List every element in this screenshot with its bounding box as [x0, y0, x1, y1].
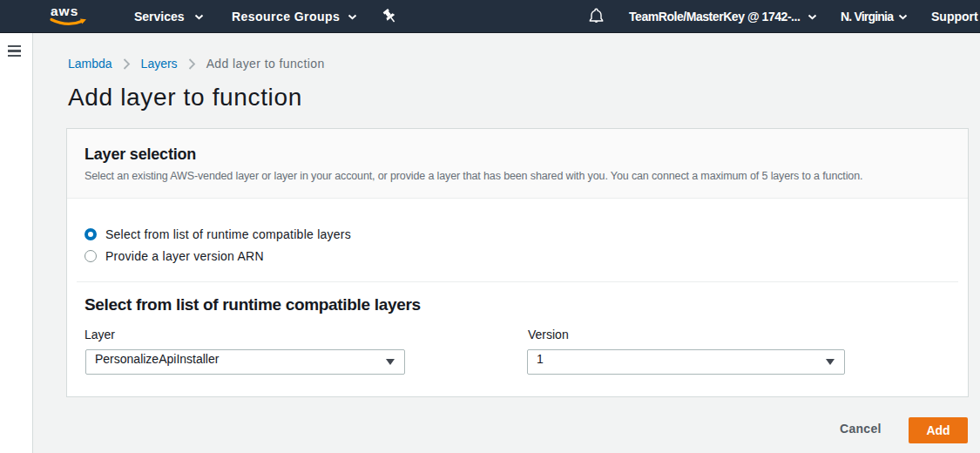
svg-text:aws: aws: [51, 3, 78, 18]
